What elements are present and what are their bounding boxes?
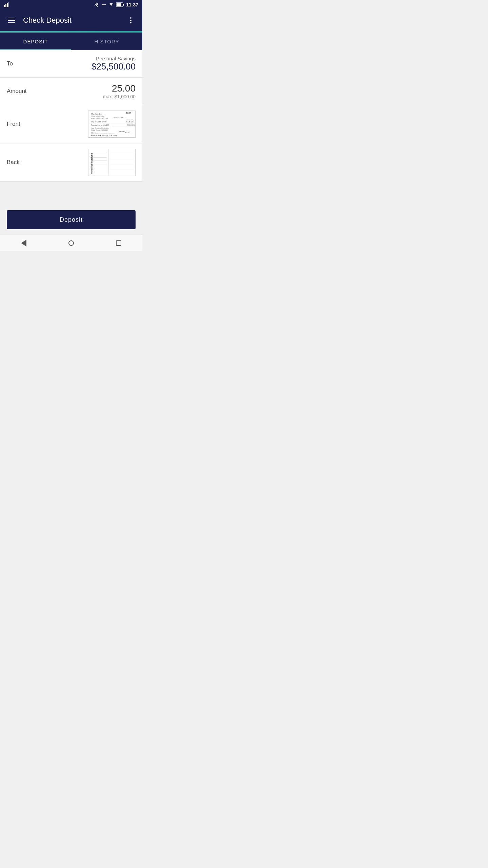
account-info: Personal Savings $25,500.00 — [92, 56, 136, 72]
svg-rect-27 — [88, 149, 135, 176]
svg-text:Your Financial Institution: Your Financial Institution — [91, 127, 109, 129]
svg-text:1234 Some Street: 1234 Some Street — [91, 116, 105, 117]
app-header: Check Deposit — [0, 9, 142, 31]
svg-text:DOLLARS: DOLLARS — [127, 124, 135, 126]
svg-text:Blank Town, CA 12345: Blank Town, CA 12345 — [91, 130, 108, 131]
time-display: 11:37 — [126, 2, 138, 7]
more-icon — [130, 17, 131, 23]
tab-deposit[interactable]: DEPOSIT — [0, 33, 71, 50]
recents-nav-button[interactable] — [108, 237, 129, 249]
svg-rect-3 — [8, 2, 9, 7]
to-label: To — [7, 60, 13, 67]
svg-rect-4 — [102, 4, 106, 5]
content-spacer — [0, 182, 142, 205]
tab-history[interactable]: HISTORY — [71, 33, 142, 50]
back-nav-icon — [21, 240, 26, 246]
tab-bar: DEPOSIT HISTORY — [0, 33, 142, 50]
front-label: Front — [7, 121, 20, 127]
amount-label: Amount — [7, 88, 27, 95]
back-row[interactable]: Back For Mobile Deposit — [0, 143, 142, 182]
page-title: Check Deposit — [23, 16, 125, 25]
recents-nav-icon — [116, 240, 121, 246]
hamburger-icon — [8, 18, 15, 23]
amount-value: 25.00 — [103, 83, 136, 94]
status-bar-left — [4, 2, 10, 7]
main-content: To Personal Savings $25,500.00 Amount 25… — [0, 50, 142, 235]
svg-rect-1 — [5, 4, 6, 7]
status-bar: 11:37 — [0, 0, 142, 9]
minus-icon — [101, 2, 106, 7]
account-balance: $25,500.00 — [92, 61, 136, 72]
svg-rect-7 — [117, 3, 121, 6]
signal-icon — [4, 2, 10, 7]
svg-text:Ms. Jane Doe: Ms. Jane Doe — [91, 113, 102, 115]
svg-text:Pay to: John Smith: Pay to: John Smith — [91, 121, 106, 123]
svg-text:Twenty-five and 0/100: Twenty-five and 0/100 — [91, 124, 109, 126]
svg-text:July 23, 200__: July 23, 200__ — [114, 116, 126, 118]
svg-text:For Mobile Deposit: For Mobile Deposit — [90, 153, 93, 174]
nav-bar — [0, 235, 142, 251]
home-nav-icon — [68, 240, 74, 246]
front-row[interactable]: Front 1000 Ms. Jane Doe 1234 Some Street… — [0, 105, 142, 143]
back-nav-button[interactable] — [14, 237, 34, 249]
svg-text:Memo:: Memo: — [91, 132, 96, 134]
back-check-svg: For Mobile Deposit — [88, 149, 135, 176]
account-name: Personal Savings — [92, 56, 136, 61]
wifi-icon — [108, 2, 114, 7]
deposit-button[interactable]: Deposit — [7, 210, 136, 229]
svg-text:⑆00038164⑆  000005297⑆  1000: ⑆00038164⑆ 000005297⑆ 1000 — [91, 135, 117, 137]
svg-rect-2 — [7, 3, 8, 7]
amount-info: 25.00 max: $1,000.00 — [103, 83, 136, 99]
svg-text:Blank Town, CA 12345: Blank Town, CA 12345 — [91, 118, 108, 120]
more-button[interactable] — [125, 14, 137, 26]
menu-button[interactable] — [5, 14, 18, 26]
svg-rect-6 — [123, 4, 124, 6]
back-check-image[interactable]: For Mobile Deposit — [88, 149, 136, 176]
to-row[interactable]: To Personal Savings $25,500.00 — [0, 50, 142, 78]
bluetooth-icon — [94, 2, 99, 7]
status-bar-right: 11:37 — [94, 2, 138, 7]
svg-text:$ 25.00: $ 25.00 — [126, 121, 133, 123]
svg-rect-0 — [4, 5, 5, 7]
home-nav-button[interactable] — [61, 237, 81, 249]
svg-text:1000: 1000 — [126, 112, 131, 114]
back-label: Back — [7, 159, 20, 166]
amount-row[interactable]: Amount 25.00 max: $1,000.00 — [0, 78, 142, 105]
front-check-svg: 1000 Ms. Jane Doe 1234 Some Street Blank… — [88, 111, 135, 138]
amount-max: max: $1,000.00 — [103, 94, 136, 99]
front-check-image[interactable]: 1000 Ms. Jane Doe 1234 Some Street Blank… — [88, 111, 136, 138]
battery-icon — [116, 2, 124, 7]
